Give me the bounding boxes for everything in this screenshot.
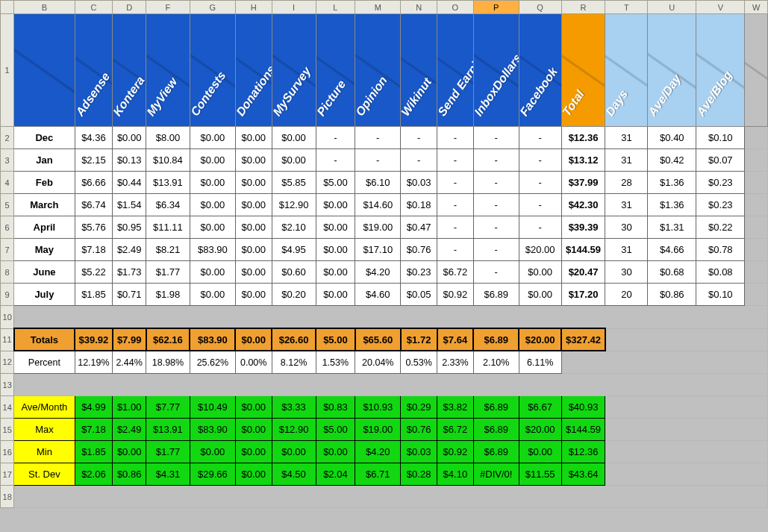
header-adsense[interactable]: Adsense [75,14,113,127]
row-total[interactable]: $144.59 [561,239,605,261]
header-mysurvey[interactable]: MySurvey [272,14,316,127]
col-header[interactable]: V [696,1,745,14]
ave-day-cell[interactable]: $1.36 [648,194,696,216]
percent-value[interactable]: 6.11% [519,351,561,374]
ave-blog-cell[interactable]: $0.08 [696,261,745,284]
header-total[interactable]: Total [561,14,605,127]
header-days[interactable]: Days [605,14,648,127]
row-header[interactable]: 14 [1,396,14,419]
row-total[interactable]: $17.20 [561,284,605,306]
data-cell[interactable]: $0.00 [519,284,561,306]
total-value[interactable]: $0.00 [235,328,272,351]
stats-cell[interactable]: $144.59 [561,419,605,441]
blank-cell[interactable] [14,486,768,508]
data-cell[interactable]: $83.90 [190,239,235,261]
stats-cell[interactable]: $10.49 [190,396,235,419]
percent-value[interactable]: 0.00% [235,351,272,374]
data-cell[interactable]: $0.00 [235,261,272,284]
data-cell[interactable]: $0.00 [272,127,316,149]
data-cell[interactable]: $0.00 [316,194,355,216]
data-cell[interactable]: $1.54 [113,194,146,216]
blank-cell[interactable] [605,419,768,441]
stats-label[interactable]: Min [14,441,75,463]
total-value[interactable]: $62.16 [146,328,190,351]
days-cell[interactable]: 20 [605,284,648,306]
stats-cell[interactable]: $1.85 [75,441,113,463]
blank-cell[interactable] [14,374,768,396]
data-cell[interactable]: $0.00 [235,149,272,172]
data-cell[interactable]: $0.92 [437,284,474,306]
data-cell[interactable]: $0.00 [235,194,272,216]
col-header-selected[interactable]: P [473,1,519,14]
row-header[interactable]: 17 [1,463,14,486]
ave-blog-cell[interactable]: $0.22 [696,216,745,239]
col-header[interactable]: B [14,1,75,14]
stats-cell[interactable]: $0.00 [190,441,235,463]
percent-label[interactable]: Percent [14,351,75,374]
stats-cell[interactable]: $43.64 [561,463,605,486]
stats-cell[interactable]: $3.82 [437,396,474,419]
header-picture[interactable]: Picture [316,14,355,127]
month-label[interactable]: June [14,261,75,284]
blank-cell[interactable] [745,216,768,239]
stats-cell[interactable]: $2.49 [113,419,146,441]
blank-cell[interactable] [745,284,768,306]
stats-label[interactable]: Ave/Month [14,396,75,419]
ave-blog-cell[interactable]: $0.07 [696,149,745,172]
data-cell[interactable]: $2.15 [75,149,113,172]
data-cell[interactable]: - [519,149,561,172]
data-cell[interactable]: $4.20 [355,261,401,284]
stats-cell[interactable]: $5.00 [316,419,355,441]
data-cell[interactable]: $0.18 [401,194,437,216]
header-ave-blog[interactable]: Ave/Blog [696,14,745,127]
data-cell[interactable]: $0.00 [519,261,561,284]
col-header[interactable]: L [316,1,355,14]
ave-day-cell[interactable]: $0.42 [648,149,696,172]
row-total[interactable]: $12.36 [561,127,605,149]
header-blank[interactable] [14,14,75,127]
stats-cell[interactable]: $10.93 [355,396,401,419]
data-cell[interactable]: $0.00 [235,284,272,306]
data-cell[interactable]: - [519,172,561,194]
ave-day-cell[interactable]: $1.31 [648,216,696,239]
data-cell[interactable]: $1.85 [75,284,113,306]
stats-cell[interactable]: $6.89 [473,396,519,419]
stats-cell[interactable]: $0.00 [235,419,272,441]
blank-cell[interactable] [605,396,768,419]
data-cell[interactable]: $0.00 [235,127,272,149]
blank-cell[interactable] [605,328,768,351]
data-cell[interactable]: $8.00 [146,127,190,149]
stats-cell[interactable]: $13.91 [146,419,190,441]
stats-cell[interactable]: $0.00 [235,441,272,463]
data-cell[interactable]: $1.77 [146,261,190,284]
days-cell[interactable]: 31 [605,239,648,261]
total-value[interactable]: $6.89 [473,328,519,351]
col-header[interactable]: R [561,1,605,14]
col-header[interactable]: Q [519,1,561,14]
data-cell[interactable]: - [473,261,519,284]
data-cell[interactable]: $0.76 [401,239,437,261]
data-cell[interactable]: $5.22 [75,261,113,284]
stats-cell[interactable]: $4.50 [272,463,316,486]
stats-cell[interactable]: $12.36 [561,441,605,463]
stats-cell[interactable]: $83.90 [190,419,235,441]
data-cell[interactable]: $11.11 [146,216,190,239]
stats-cell[interactable]: $0.03 [401,441,437,463]
ave-blog-cell[interactable]: $0.23 [696,172,745,194]
ave-day-cell[interactable]: $4.66 [648,239,696,261]
percent-value[interactable]: 12.19% [75,351,113,374]
select-all-corner[interactable] [1,1,14,14]
data-cell[interactable]: $0.00 [272,149,316,172]
stats-cell[interactable]: $2.06 [75,463,113,486]
header-myview[interactable]: MyView [146,14,190,127]
row-header[interactable]: 3 [1,149,14,172]
stats-cell[interactable]: $7.77 [146,396,190,419]
stats-cell[interactable]: $6.89 [473,419,519,441]
data-cell[interactable]: $0.00 [316,284,355,306]
total-value[interactable]: $83.90 [190,328,235,351]
blank-cell[interactable] [745,194,768,216]
data-cell[interactable]: $0.05 [401,284,437,306]
data-cell[interactable]: $6.66 [75,172,113,194]
stats-cell[interactable]: $4.10 [437,463,474,486]
total-value[interactable]: $7.64 [437,328,474,351]
